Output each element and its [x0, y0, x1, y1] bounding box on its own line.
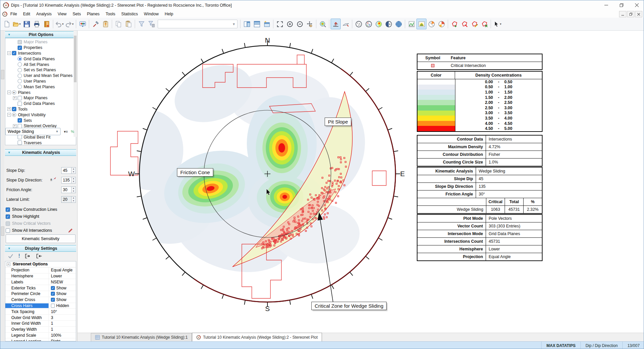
group-row-stereonet-options[interactable]: − Stereonet Options	[5, 261, 76, 267]
menu-help[interactable]: Help	[162, 11, 176, 17]
split-vertical-icon[interactable]	[242, 19, 252, 29]
rosette-plot-icon[interactable]	[426, 19, 436, 29]
select-arrow-icon[interactable]: ▼	[492, 19, 502, 29]
pie-plot-icon[interactable]	[436, 19, 446, 29]
document-tab[interactable]: Tutorial 10 Kinematic Analysis (Wedge Sl…	[91, 333, 192, 341]
paste-icon[interactable]	[123, 19, 133, 29]
slope-dip-input[interactable]: 45	[61, 167, 72, 174]
panel-grip[interactable]	[1, 70, 4, 79]
spinner[interactable]: ▲▼	[72, 186, 76, 193]
kinematic-sensitivity-button[interactable]: Kinematic Sensitivity	[6, 234, 76, 243]
friction-cone-label[interactable]: Friction Cone	[177, 168, 213, 176]
undo-icon[interactable]: ▼	[55, 19, 65, 29]
option-row-exterior-ticks[interactable]: Exterior Ticks✓Show	[5, 285, 76, 291]
menu-planes[interactable]: Planes	[84, 11, 102, 17]
menu-sets[interactable]: Sets	[70, 11, 84, 17]
option-row-tick-spacing[interactable]: Tick Spacing10°	[5, 309, 76, 315]
copy-icon[interactable]	[113, 19, 123, 29]
checkbox-show-highlight[interactable]: ✓Show Highlight	[6, 214, 39, 219]
tree-item-major-planes[interactable]: ✓Major Planes	[5, 39, 76, 45]
tree-item-user-and-mean-set-planes[interactable]: User and Mean Set Planes	[5, 73, 76, 79]
option-row-hemisphere[interactable]: HemisphereLower	[5, 273, 76, 279]
preset-menu-icon[interactable]: ▾≡	[63, 129, 69, 135]
close-button[interactable]	[629, 0, 644, 10]
checkbox-show-critical-vectors[interactable]: Show Critical Vectors	[6, 221, 51, 226]
menu-analysis[interactable]: Analysis	[33, 11, 55, 17]
stereonet-zoom-icon[interactable]	[318, 19, 328, 29]
split-horizontal-icon[interactable]	[252, 19, 262, 29]
option-row-legend-location[interactable]: Legend LocationRight	[5, 338, 76, 341]
mdi-restore-button[interactable]	[627, 11, 634, 17]
plot-canvas[interactable]: NSEW Pit Slope Friction Cone Critical Zo…	[78, 31, 644, 333]
option-row-inner-grid-width[interactable]: Inner Grid Width1	[5, 321, 76, 327]
failure-mode-select[interactable]: Wedge Sliding ▼	[5, 128, 61, 135]
slope-dip-direction-input[interactable]: 135	[61, 177, 72, 183]
tree-item-grid-data-planes[interactable]: Grid Data Planes	[5, 56, 76, 62]
open-file-icon[interactable]: ▼	[12, 19, 22, 29]
tree-item-all-set-planes[interactable]: All Set Planes	[5, 62, 76, 67]
save-icon[interactable]	[22, 19, 32, 29]
tree-item-grid-data-planes[interactable]: Grid Data Planes	[5, 101, 76, 107]
polygon-new-icon[interactable]	[449, 19, 459, 29]
tree-item-properties[interactable]: ✓Properties	[5, 45, 76, 51]
plot-options-header[interactable]: ▼ Plot Options	[5, 31, 76, 38]
export-settings-icon[interactable]	[25, 253, 31, 259]
spinner[interactable]: ▲▼	[72, 177, 76, 183]
checkbox-show-all-intersections[interactable]: Show All Intersections	[6, 228, 52, 233]
checkbox-show-construction-lines[interactable]: ✓Show Construction Lines	[6, 207, 57, 212]
globe-projection-icon[interactable]	[394, 19, 403, 29]
option-row-center-cross[interactable]: Center Cross✓Show	[5, 297, 76, 303]
tree-item-tools[interactable]: +✓Tools	[5, 107, 76, 112]
menu-view[interactable]: View	[55, 11, 70, 17]
tree-item-intersections[interactable]: −✓Intersections	[5, 51, 76, 56]
mdi-close-button[interactable]	[635, 11, 642, 17]
menu-tools[interactable]: Tools	[102, 11, 118, 17]
option-row-legend-scale[interactable]: Legend Scale100%	[5, 333, 76, 339]
zoom-in-icon[interactable]	[285, 19, 295, 29]
polygon-add-icon[interactable]	[459, 19, 469, 29]
menu-statistics[interactable]: Statistics	[118, 11, 141, 17]
friction-angle-input[interactable]: 30	[61, 186, 72, 193]
pit-slope-icon[interactable]	[331, 19, 341, 29]
defaults-icon[interactable]: !	[18, 253, 20, 259]
menu-edit[interactable]: Edit	[20, 11, 33, 17]
apply-icon[interactable]	[8, 253, 14, 259]
zoom-out-icon[interactable]	[295, 19, 305, 29]
critical-zone-label[interactable]: Critical Zone for Wedge Sliding	[311, 302, 387, 310]
tree-item-user-planes[interactable]: User Planes	[5, 79, 76, 84]
weighted-plot-icon[interactable]	[384, 19, 394, 29]
menu-file[interactable]: File	[7, 11, 20, 17]
restore-button[interactable]	[614, 0, 629, 10]
menu-window[interactable]: Window	[141, 11, 162, 17]
clipboard-icon[interactable]	[100, 19, 110, 29]
filter-advanced-icon[interactable]	[146, 19, 156, 29]
tree-item-object-visibility[interactable]: −▸Object Visibility	[5, 112, 76, 118]
edit-tool-icon[interactable]	[90, 19, 100, 29]
pole-plot-icon[interactable]	[354, 19, 364, 29]
chart-tool-icon[interactable]	[406, 19, 416, 29]
tree-item-set-vs-set-planes[interactable]: Set vs Set Planes	[5, 67, 76, 73]
redo-icon[interactable]: ▼	[65, 19, 75, 29]
tree-item-traverses[interactable]: Traverses	[5, 140, 76, 145]
tree-item-planes[interactable]: −▸Planes	[5, 90, 76, 95]
toolbar-combobox[interactable]: ▼	[158, 20, 238, 28]
contour-plot-icon[interactable]	[374, 19, 384, 29]
tree-item-sets[interactable]: ✓Sets	[5, 118, 76, 123]
plane-tool-icon[interactable]	[341, 19, 351, 29]
polygon-edit-icon[interactable]	[469, 19, 479, 29]
symbol-plot-icon[interactable]	[364, 19, 374, 29]
fit-extents-icon[interactable]	[275, 19, 285, 29]
lateral-limit-input[interactable]: 20	[61, 196, 72, 203]
tree-item-global-best-fit[interactable]: Global Best Fit	[5, 135, 76, 140]
kinematic-analysis-header[interactable]: ▼ Kinematic Analysis	[5, 149, 76, 156]
pit-slope-label[interactable]: Pit Slope	[325, 118, 351, 126]
mdi-minimize-button[interactable]	[619, 11, 626, 17]
edit-pencil-icon[interactable]	[68, 228, 73, 233]
option-row-overlay-width[interactable]: Overlay Width1	[5, 327, 76, 333]
filter-icon[interactable]	[136, 19, 146, 29]
stereonet-plot[interactable]: NSEW	[78, 31, 413, 333]
minimize-button[interactable]	[598, 0, 614, 10]
option-row-labels[interactable]: LabelsNSEW	[5, 279, 76, 285]
new-file-icon[interactable]	[2, 19, 12, 29]
print-icon[interactable]	[32, 19, 42, 29]
